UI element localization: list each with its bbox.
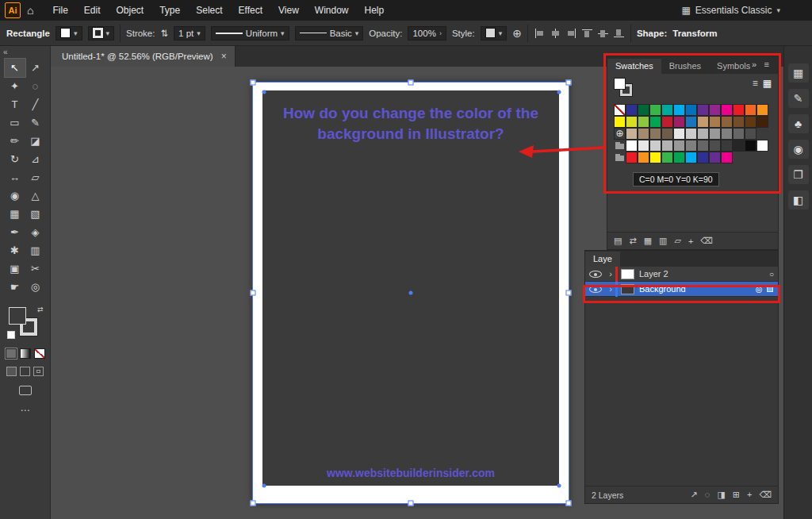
default-fill-stroke-icon[interactable] bbox=[7, 331, 15, 339]
tool-gradient[interactable]: ▧ bbox=[25, 205, 46, 223]
swatch[interactable] bbox=[697, 152, 709, 163]
gradient-panel-icon[interactable]: ◉ bbox=[788, 140, 809, 159]
visibility-eye-icon[interactable] bbox=[589, 271, 602, 278]
swatch[interactable] bbox=[638, 140, 649, 152]
swatch[interactable] bbox=[697, 116, 709, 128]
collect-for-export-icon[interactable]: ↗ bbox=[691, 490, 698, 500]
swatch[interactable] bbox=[685, 128, 697, 140]
tool-column-graph[interactable]: ▥ bbox=[25, 241, 46, 260]
swatch[interactable] bbox=[685, 140, 697, 152]
swatch[interactable] bbox=[614, 152, 626, 163]
selection-handle[interactable] bbox=[408, 501, 414, 506]
appearance-panel-icon[interactable]: ◧ bbox=[788, 190, 809, 210]
new-color-group-icon[interactable]: ▱ bbox=[674, 236, 680, 246]
swatch[interactable] bbox=[685, 152, 697, 163]
vertical-align-center-icon[interactable] bbox=[597, 28, 609, 39]
selection-handle[interactable] bbox=[251, 290, 256, 296]
swatch[interactable] bbox=[733, 116, 745, 128]
tool-type[interactable]: T bbox=[5, 95, 25, 113]
selection-handle[interactable] bbox=[251, 501, 256, 506]
swatch[interactable] bbox=[697, 140, 709, 152]
selection-handle[interactable] bbox=[408, 80, 414, 86]
tool-direct-selection[interactable]: ↗ bbox=[25, 59, 46, 77]
document-setup-globe-icon[interactable]: ⊕ bbox=[512, 27, 522, 40]
menu-item[interactable]: Window bbox=[307, 0, 357, 21]
swatches-fill-stroke-proxy[interactable] bbox=[614, 78, 634, 98]
swatch[interactable] bbox=[649, 140, 661, 152]
fill-proxy-square[interactable] bbox=[9, 307, 26, 325]
draw-inside-button[interactable] bbox=[33, 367, 44, 376]
background-rectangle[interactable]: How do you change the color of the backg… bbox=[262, 90, 559, 486]
vertical-align-bottom-icon[interactable] bbox=[613, 28, 625, 39]
tool-eyedropper[interactable]: ✒ bbox=[5, 223, 25, 241]
swatch[interactable] bbox=[709, 116, 721, 128]
menu-item[interactable]: Type bbox=[151, 0, 188, 21]
menu-item[interactable]: Object bbox=[109, 0, 152, 21]
swatch[interactable] bbox=[756, 140, 768, 152]
swatch[interactable] bbox=[614, 128, 626, 140]
swatch-kinds-icon[interactable]: ▦ bbox=[644, 236, 652, 246]
swatch[interactable] bbox=[721, 128, 733, 140]
panel-tab[interactable]: Brushes bbox=[661, 59, 709, 74]
swatch[interactable] bbox=[721, 140, 733, 152]
locate-object-icon[interactable]: ◌ bbox=[705, 490, 710, 500]
expand-chevron-icon[interactable]: › bbox=[606, 269, 615, 279]
layer-row[interactable]: › Background ◎ bbox=[585, 282, 778, 297]
panel-tab[interactable]: Swatches bbox=[607, 59, 661, 74]
swatch[interactable] bbox=[638, 104, 649, 116]
new-sublayer-icon[interactable]: ⊞ bbox=[733, 490, 740, 500]
anchor-point[interactable] bbox=[262, 90, 266, 94]
swatch[interactable] bbox=[626, 116, 638, 128]
anchor-point[interactable] bbox=[262, 484, 266, 488]
layer-target-icon[interactable]: ◎ bbox=[753, 285, 765, 294]
menu-item[interactable]: Effect bbox=[231, 0, 270, 21]
swatch[interactable] bbox=[661, 128, 673, 140]
transform-label[interactable]: Transform bbox=[672, 29, 717, 38]
swatch-themes-icon[interactable]: ⇄ bbox=[629, 236, 636, 246]
horizontal-align-right-icon[interactable] bbox=[565, 28, 577, 39]
swatch[interactable] bbox=[661, 116, 673, 128]
swatch[interactable] bbox=[614, 116, 626, 128]
none-button[interactable] bbox=[34, 348, 45, 359]
swatch[interactable] bbox=[638, 116, 649, 128]
layer-target-icon[interactable]: ○ bbox=[765, 270, 778, 279]
swatch[interactable] bbox=[626, 152, 638, 163]
menu-item[interactable]: Edit bbox=[76, 0, 109, 21]
swatch[interactable] bbox=[685, 104, 697, 116]
menu-item[interactable]: View bbox=[270, 0, 307, 21]
tool-hand[interactable]: ☛ bbox=[5, 278, 25, 296]
swatch[interactable] bbox=[626, 104, 638, 116]
swatch[interactable] bbox=[709, 104, 721, 116]
brushes-panel-icon[interactable]: ✎ bbox=[788, 89, 809, 108]
delete-swatch-icon[interactable]: ⌫ bbox=[700, 236, 713, 246]
selection-handle[interactable] bbox=[251, 80, 256, 86]
style-dropdown[interactable]: ▾ bbox=[481, 26, 508, 40]
swatch[interactable] bbox=[626, 140, 638, 152]
new-layer-icon[interactable]: + bbox=[747, 490, 752, 500]
swatch[interactable] bbox=[673, 140, 685, 152]
tool-symbol-sprayer[interactable]: ✱ bbox=[5, 241, 25, 260]
stroke-color-dropdown[interactable]: ▾ bbox=[88, 26, 115, 40]
selection-handle[interactable] bbox=[566, 501, 572, 506]
swatch[interactable] bbox=[697, 104, 709, 116]
swap-fill-stroke-icon[interactable]: ⇄ bbox=[37, 306, 44, 313]
tool-width[interactable]: ↔ bbox=[5, 168, 25, 186]
stroke-stepper[interactable]: ⇅ bbox=[160, 28, 168, 39]
transparency-panel-icon[interactable]: ❐ bbox=[788, 165, 809, 184]
clipping-mask-icon[interactable]: ◨ bbox=[717, 490, 725, 500]
edit-toolbar-icon[interactable]: ⋯ bbox=[21, 405, 30, 416]
color-button[interactable] bbox=[6, 348, 17, 359]
swatch[interactable] bbox=[649, 104, 661, 116]
swatch[interactable] bbox=[745, 104, 756, 116]
tool-mesh[interactable]: ▦ bbox=[5, 205, 25, 223]
horizontal-align-left-icon[interactable] bbox=[534, 28, 546, 39]
draw-behind-button[interactable] bbox=[20, 367, 30, 376]
swatch[interactable] bbox=[709, 152, 721, 163]
swatch[interactable] bbox=[756, 116, 768, 128]
tool-free-transform[interactable]: ▱ bbox=[25, 168, 46, 186]
swatch[interactable] bbox=[721, 116, 733, 128]
swatch[interactable] bbox=[721, 152, 733, 163]
swatch[interactable] bbox=[661, 140, 673, 152]
fill-color-dropdown[interactable]: ▾ bbox=[56, 26, 82, 40]
swatch-options-icon[interactable]: ▥ bbox=[659, 236, 667, 246]
